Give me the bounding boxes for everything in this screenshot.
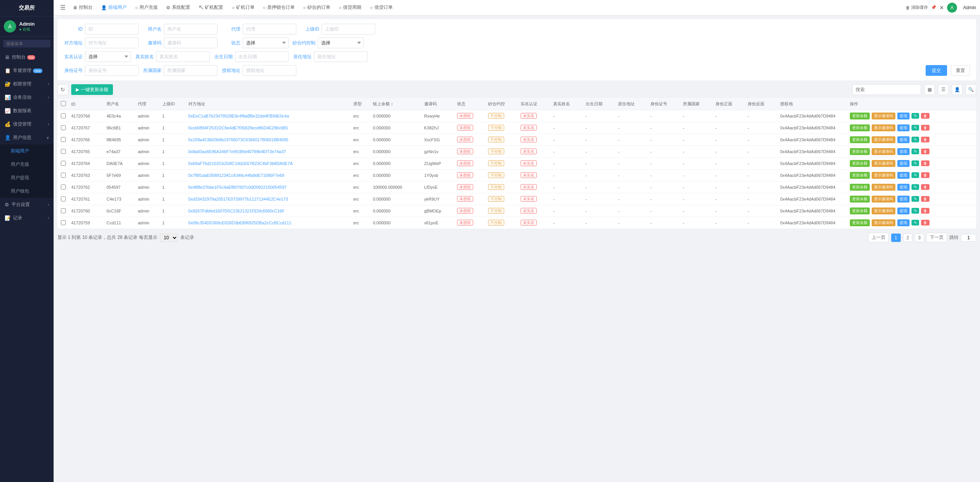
sand-control-badge[interactable]: 不控制 [488,184,504,190]
reset-button[interactable]: 重置 [951,65,970,76]
real-auth-badge[interactable]: 未实名 [521,196,537,202]
real-auth-badge[interactable]: 未实名 [521,208,537,214]
username-input[interactable] [164,24,217,34]
sidebar-item-loan[interactable]: 💰 借贷管理 ‹ [0,118,54,131]
show-invite-button[interactable]: 显示邀请码 [872,113,895,119]
status-badge[interactable]: 未授权 [457,172,473,178]
delete-button[interactable]: 🗑 [921,208,929,214]
delete-button[interactable]: 🗑 [921,172,929,178]
sand-control-select[interactable]: 选择 控制 不控制 [318,38,364,48]
invite-input[interactable] [164,38,217,48]
update-all-button[interactable]: ▶ 一键更新余额 [71,84,113,95]
real-auth-badge[interactable]: 未实名 [521,160,537,166]
delete-button[interactable]: 🗑 [921,125,929,131]
row-checkbox[interactable] [61,161,66,166]
real-auth-badge[interactable]: 未实名 [521,149,537,154]
edit-button[interactable]: ✎ [911,220,919,225]
withdraw-button[interactable]: 提现 [897,208,910,214]
delete-button[interactable]: 🗑 [921,220,929,225]
withdraw-button[interactable]: 提现 [897,113,910,119]
real-auth-badge[interactable]: 未实名 [521,113,537,119]
topnav-loan-period[interactable]: ○ 借贷周期 [335,3,365,12]
update-balance-button[interactable]: 更新余额 [850,172,870,179]
delete-button[interactable]: 🗑 [921,137,929,142]
update-balance-button[interactable]: 更新余额 [850,219,870,226]
withdraw-button[interactable]: 提现 [897,219,910,226]
update-balance-button[interactable]: 更新余额 [850,208,870,214]
hamburger-button[interactable]: ☰ [57,2,68,13]
withdraw-button[interactable]: 提现 [897,136,910,143]
row-checkbox[interactable] [61,220,66,225]
sidebar-item-wallet[interactable]: 用户钱包 [0,185,54,198]
edit-button[interactable]: ✎ [911,149,919,154]
status-badge[interactable]: 未授权 [457,125,473,131]
address-link[interactable]: 0xcb0894F2531DC9e4dE7f35829ecd86D4E296c6… [188,126,288,130]
edit-button[interactable]: ✎ [911,125,919,131]
sidebar-item-log[interactable]: 📝 记录 ‹ [0,211,54,225]
sidebar-item-recharge[interactable]: 用户充值 [0,158,54,171]
topnav-sand-orders[interactable]: ○ 砂合的订单 [299,3,334,12]
real-name-input[interactable] [156,51,210,62]
prev-page-button[interactable]: 上一页 [868,233,889,242]
sidebar-item-regular[interactable]: 📋 常规管理 new [0,64,54,77]
row-checkbox[interactable] [61,185,66,190]
row-checkbox[interactable] [61,125,66,130]
edit-button[interactable]: ✎ [911,113,919,119]
sand-control-badge[interactable]: 不控制 [488,220,504,225]
list-view-button[interactable]: ☰ [938,84,949,95]
sand-control-badge[interactable]: 不控制 [488,208,504,214]
withdraw-button[interactable]: 提现 [897,184,910,191]
address-link[interactable]: 0x9267Fdbfed1607D5C23521321FE5fc6560cC16… [188,209,284,213]
row-checkbox[interactable] [61,137,66,142]
real-auth-badge[interactable]: 未实名 [521,125,537,131]
row-checkbox[interactable] [61,149,66,154]
delete-button[interactable]: 🗑 [921,113,929,119]
submit-button[interactable]: 提交 [926,65,947,76]
update-balance-button[interactable]: 更新余额 [850,124,870,131]
sand-control-badge[interactable]: 不控制 [488,137,504,142]
status-badge[interactable]: 未授权 [457,149,473,154]
topnav-dashboard[interactable]: 🖥 控制台 [69,3,96,12]
sidebar-item-permission[interactable]: 🔐 权限管理 ‹ [0,77,54,91]
update-balance-button[interactable]: 更新余额 [850,160,870,167]
edit-button[interactable]: ✎ [911,160,919,166]
address-link[interactable]: 0x09c354DD368cE826D3bE896925DBa2cCcBCcd1… [188,221,291,225]
row-checkbox[interactable] [61,173,66,178]
sand-control-badge[interactable]: 不控制 [488,113,504,119]
country-input[interactable] [164,65,217,76]
sidebar-item-platform[interactable]: ⚙ 平台设置 ‹ [0,198,54,211]
show-invite-button[interactable]: 显示邀请码 [872,148,895,155]
pin-button[interactable]: 📌 [931,5,936,10]
clear-cache-button[interactable]: 🗑 清除缓存 [906,5,928,10]
birthday-input[interactable] [235,51,289,62]
edit-button[interactable]: ✎ [911,196,919,202]
real-auth-badge[interactable]: 未实名 [521,137,537,142]
withdraw-button[interactable]: 提现 [897,124,910,131]
update-balance-button[interactable]: 更新余额 [850,184,870,191]
table-search-button[interactable]: 🔍 [965,84,976,95]
auth-address-input[interactable] [243,65,296,76]
sidebar-item-frontend-users[interactable]: 前端用户 [0,144,54,158]
address-link[interactable]: 0xEeC1aB7b23479528E9c4f8aBBe32dd4FB94E0c… [188,114,289,118]
close-button[interactable]: ✕ [939,5,944,11]
status-badge[interactable]: 未授权 [457,196,473,202]
topnav-miner-config[interactable]: ⛏ 矿机配置 [195,3,227,12]
edit-button[interactable]: ✎ [911,184,919,190]
jump-input[interactable] [961,234,976,242]
parent-id-input[interactable] [322,24,375,34]
show-invite-button[interactable]: 显示邀请码 [872,160,895,167]
page-size-select[interactable]: 10 20 50 [160,234,178,242]
status-select[interactable]: 选择 已授权 未授权 [243,38,289,48]
topnav-pledge-orders[interactable]: ○ 质押锁仓订单 [259,3,299,12]
real-auth-select[interactable]: 选择 已实名 未实名 [85,51,131,62]
sidebar-item-report[interactable]: 📈 数据报表 [0,104,54,118]
address-link[interactable]: 0xd33432979a20517E0739977b11271344E2C4e1… [188,197,288,201]
update-balance-button[interactable]: 更新余额 [850,136,870,143]
show-invite-button[interactable]: 显示邀请码 [872,219,895,226]
search-input[interactable] [3,40,51,47]
show-invite-button[interactable]: 显示邀请码 [872,208,895,214]
real-auth-badge[interactable]: 未实名 [521,172,537,178]
page-1-button[interactable]: 1 [891,234,901,242]
person-filter-button[interactable]: 👤 [952,84,962,95]
sand-control-badge[interactable]: 不控制 [488,160,504,166]
